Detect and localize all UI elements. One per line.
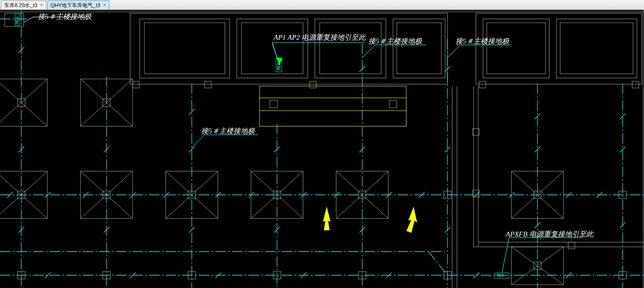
footing-row-1 bbox=[0, 79, 133, 126]
tab-electrical[interactable]: QHY地下车库电气_t3 × bbox=[47, 0, 109, 9]
svg-rect-13 bbox=[205, 81, 211, 88]
meb-label: MEB bbox=[277, 63, 281, 70]
svg-rect-8 bbox=[315, 19, 386, 78]
svg-rect-4 bbox=[140, 19, 230, 78]
svg-rect-16 bbox=[483, 19, 549, 78]
svg-rect-11 bbox=[397, 23, 441, 74]
svg-rect-19 bbox=[560, 23, 633, 74]
meb-label: MEB bbox=[497, 274, 504, 278]
footing-row-3 bbox=[18, 247, 626, 285]
tab-label: QHY地下车库电气_t3 bbox=[51, 1, 100, 9]
svg-rect-21 bbox=[632, 81, 639, 88]
label-mid: 接5＃主楼接地极 bbox=[201, 127, 255, 135]
svg-line-122 bbox=[189, 227, 195, 233]
annotation-text: 接5＃主楼接地极 AP1 AP2 电源重复接地引至此 接5＃主楼接地极 接5＃主… bbox=[38, 13, 594, 238]
structural-layer bbox=[0, 10, 644, 288]
svg-rect-76 bbox=[270, 100, 277, 108]
svg-rect-7 bbox=[242, 23, 303, 74]
label-top-left: 接5＃主楼接地极 bbox=[38, 13, 92, 20]
svg-rect-12 bbox=[133, 81, 139, 88]
svg-rect-10 bbox=[393, 19, 445, 78]
svg-rect-14 bbox=[310, 81, 316, 88]
room-outline bbox=[259, 86, 406, 126]
svg-rect-78 bbox=[259, 86, 406, 126]
tab-label: 车库8.29水_t3 bbox=[4, 1, 37, 9]
label-top-center: AP1 AP2 电源重复接地引至此 bbox=[273, 34, 367, 41]
svg-rect-20 bbox=[479, 81, 486, 88]
label-top-right1: 接5＃主楼接地极 bbox=[368, 37, 422, 45]
svg-rect-75 bbox=[568, 242, 575, 249]
svg-line-24 bbox=[0, 79, 47, 126]
svg-rect-18 bbox=[556, 19, 637, 78]
arrow-up-icon bbox=[323, 207, 331, 230]
svg-rect-22 bbox=[0, 79, 47, 126]
svg-rect-2 bbox=[5, 13, 24, 26]
svg-line-23 bbox=[0, 79, 47, 126]
tab-water[interactable]: 车库8.29水_t3 × bbox=[1, 0, 46, 9]
close-icon[interactable]: × bbox=[103, 1, 106, 9]
svg-rect-5 bbox=[144, 23, 225, 74]
arrow-markers bbox=[323, 206, 419, 233]
drawing-canvas[interactable]: MEB MEB MEB 接5＃主楼接地极 AP1 AP2 电源重复接地引至此 接… bbox=[0, 10, 644, 288]
meb-label: MEB bbox=[16, 17, 20, 24]
svg-rect-6 bbox=[237, 19, 308, 78]
tab-bar: 车库8.29水_t3 × QHY地下车库电气_t3 × bbox=[0, 0, 644, 10]
label-bottom-right: APXFB 电源重复接地引至此 bbox=[505, 230, 594, 238]
grounding-grid bbox=[0, 10, 644, 288]
meb-boxes: MEB MEB MEB bbox=[15, 13, 509, 279]
label-top-right2: 接5＃主楼接地极 bbox=[456, 37, 510, 45]
svg-rect-77 bbox=[389, 100, 397, 108]
close-icon[interactable]: × bbox=[40, 1, 43, 9]
arrow-up-icon bbox=[406, 206, 419, 233]
svg-rect-17 bbox=[487, 23, 546, 74]
